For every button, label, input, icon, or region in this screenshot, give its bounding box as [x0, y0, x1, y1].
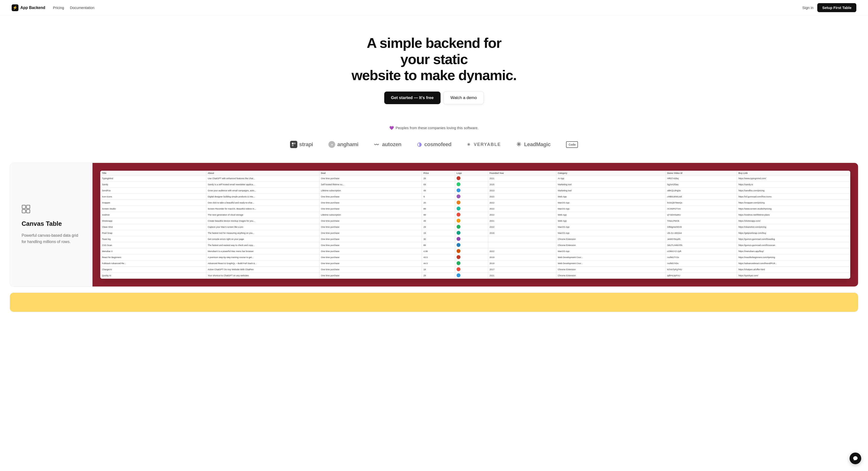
data-table: TitleAboutDealPriceLogoFounded YearCateg… [100, 171, 850, 279]
table-cell: One click to take a beautiful and ready-… [206, 200, 319, 206]
table-cell: https://reactforbeginners.com/#pricing [737, 255, 850, 261]
table-cell: cOkkGYZ-2yR [665, 248, 737, 255]
logo-cosmofeed: ◑ cosmofeed [417, 141, 452, 148]
canvas-table-bg: TitleAboutDealPriceLogoFounded YearCateg… [92, 163, 858, 287]
table-mockup: TitleAboutDealPriceLogoFounded YearCateg… [100, 171, 850, 279]
table-cell: One time purchase [319, 267, 422, 273]
table-cell: https://www.screen.studio/#pricing [737, 206, 850, 212]
table-cell: qdlrHLkpFAU [665, 273, 737, 279]
table-row: Icon-IconsDigital designer building simp… [100, 194, 850, 200]
features-section: Canvas Table Powerful canvas-based data … [0, 163, 868, 322]
table-cell: Your shortcut to ChatGPT on any websites [206, 273, 319, 279]
nav-link-documentation[interactable]: Documentation [70, 6, 94, 10]
table-cell: 2021 [488, 176, 556, 182]
table-cell: Xnapper [100, 200, 206, 206]
table-cell: MacOS App [556, 224, 666, 230]
table-cell: TypingMind [100, 176, 206, 182]
table-header-cell: About [206, 171, 319, 176]
svg-rect-2 [292, 145, 293, 146]
table-cell [455, 176, 488, 182]
table-cell: One time purchase [319, 236, 422, 242]
table-cell: The next generation of cloud storage [206, 212, 319, 218]
table-cell [455, 200, 488, 206]
table-cell: Chrome Extension [556, 267, 666, 273]
svg-rect-0 [292, 143, 293, 144]
table-cell: https://sandy.io [737, 182, 850, 188]
get-started-button[interactable]: Get started — It's free [384, 91, 440, 104]
table-cell [455, 273, 488, 279]
table-cell: 2022 [488, 200, 556, 206]
table-cell: https://www.typingmind.com/ [737, 176, 850, 182]
table-row: CSS ScanThe fastest and easiest way to c… [100, 242, 850, 248]
logo-leadmagic: ✳ LeadMagic [516, 141, 551, 148]
table-cell: Sandy [100, 182, 206, 188]
table-header: TitleAboutDealPriceLogoFounded YearCateg… [100, 171, 850, 176]
table-cell: MacOS App [556, 206, 666, 212]
table-cell: Get console errors right on your page [206, 236, 319, 242]
table-cell [455, 267, 488, 273]
table-header-cell: Category [556, 171, 666, 176]
table-cell: MacOS App [556, 248, 666, 255]
table-cell [488, 242, 556, 248]
table-cell: Fullstack Advanced Re... [100, 261, 206, 267]
sign-in-button[interactable]: Sign in [803, 6, 814, 10]
logo-strapi: strapi [290, 141, 313, 148]
table-cell: iJb-2U-1B32e4 [665, 230, 737, 236]
table-cell: Lifetime subscription [319, 212, 422, 218]
table-cell: Digital designer building simple product… [206, 194, 319, 200]
table-cell: oBKQLdHg3o [665, 188, 737, 194]
table-row: XnapperOne click to take a beautiful and… [100, 200, 850, 206]
table-cell: Chrome Extension [556, 236, 666, 242]
nav-link-pricing[interactable]: Pricing [53, 6, 64, 10]
table-cell: 2013 [488, 188, 556, 194]
table-cell [455, 218, 488, 224]
table-cell: One time purchase [319, 273, 422, 279]
table-cell: Self hosted lifetime su... [319, 182, 422, 188]
table-cell: One time purchase [319, 261, 422, 267]
table-row: IcedriveThe next generation of cloud sto… [100, 212, 850, 218]
table-row: Clean ShotCapture your Mac's screen like… [100, 224, 850, 230]
logo[interactable]: ⚡ App Backend [12, 4, 45, 11]
table-cell [455, 188, 488, 194]
table-cell: 2019 [488, 261, 556, 267]
table-row: Fullstack Advanced Re...Advanced React &… [100, 261, 850, 267]
table-cell: Web Development Cour... [556, 261, 666, 267]
table-header-cell: Logo [455, 171, 488, 176]
table-cell: Active ChatGPT On Any Website With ChatP… [206, 267, 319, 273]
watch-demo-button[interactable]: Watch a demo [443, 91, 484, 105]
table-cell: The fastest tool for measuring anything … [206, 230, 319, 236]
table-row: Screen StudioScreen Recorder for macOS. … [100, 206, 850, 212]
table-cell: One time purchase [319, 224, 422, 230]
table-cell: Web App [556, 218, 666, 224]
table-cell: AI App [556, 176, 666, 182]
table-cell: One time purchase [319, 230, 422, 236]
nav-links: Pricing Documentation [53, 6, 94, 10]
strapi-icon [290, 141, 297, 148]
table-cell [455, 182, 488, 188]
table-cell: 2022 [488, 224, 556, 230]
table-cell: Shotsnapp [100, 218, 206, 224]
svg-rect-1 [294, 143, 296, 144]
logo-text: App Backend [21, 6, 45, 10]
hero-title: A simple backend for your static website… [351, 35, 517, 84]
setup-first-table-button[interactable]: Setup First Table [817, 3, 856, 12]
table-cell: 99 [422, 212, 455, 218]
canvas-table-info: Canvas Table Powerful canvas-based data … [10, 163, 92, 287]
table-cell: https://chatpen.ai/offer-html [737, 267, 850, 273]
table-cell: 89 [422, 242, 455, 248]
table-header-cell: Founded Year [488, 171, 556, 176]
autozen-icon: 〰️ [374, 142, 379, 147]
table-row: ShotsnappCreate beautiful device mockup … [100, 218, 850, 224]
next-feature-card [10, 293, 858, 312]
table-cell: Screen Recorder for macOS. Beautiful vid… [206, 206, 319, 212]
table-cell: cHB0LWWLtvE [665, 194, 737, 200]
table-cell: https://menubarx.app/buy/ [737, 248, 850, 255]
table-header-cell: Price [422, 171, 455, 176]
table-cell: 9 [422, 194, 455, 200]
table-cell: One time purchase [319, 218, 422, 224]
table-cell: Web App [556, 194, 666, 200]
veryable-icon: ✳ [467, 142, 471, 147]
table-cell: One time purchase [319, 176, 422, 182]
nav-left: ⚡ App Backend Pricing Documentation [12, 4, 94, 11]
table-cell: Advanced React & GraphQL – Build Full St… [206, 261, 319, 267]
